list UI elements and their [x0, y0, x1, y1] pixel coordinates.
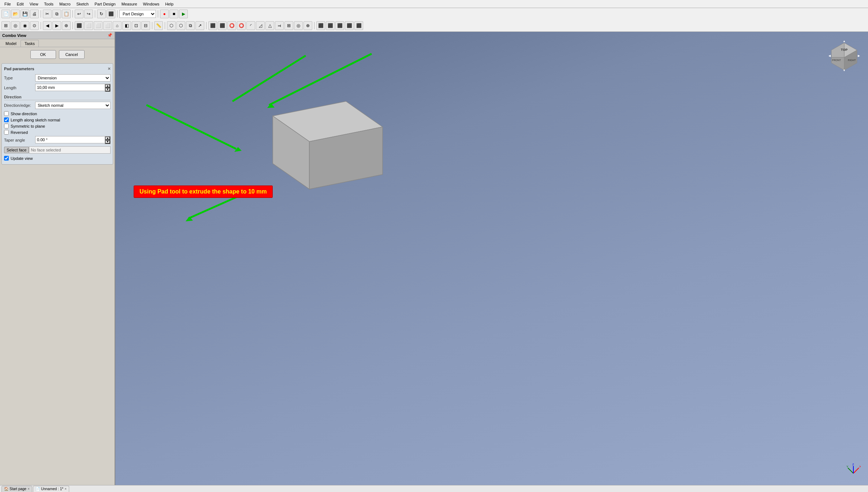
length-along-checkbox[interactable]: [4, 117, 9, 122]
save-btn[interactable]: 💾: [21, 10, 29, 18]
pd-chamfer-btn[interactable]: ◿: [256, 21, 265, 30]
view-front-btn[interactable]: ⬜: [94, 21, 103, 30]
part-clone-btn[interactable]: ⧉: [186, 21, 195, 30]
unnamed-close[interactable]: ×: [64, 487, 67, 491]
view-btn2[interactable]: ◎: [11, 21, 20, 30]
combo-pin-btn[interactable]: 📌: [107, 33, 112, 38]
taper-label: Taper angle: [4, 138, 35, 142]
view-back-btn[interactable]: ⊡: [132, 21, 141, 30]
new-btn[interactable]: 📄: [1, 10, 10, 18]
direction-select[interactable]: Sketch normal Select edge: [35, 102, 111, 109]
pd-rev-btn[interactable]: ⭕: [227, 21, 236, 30]
pd-fillet-btn[interactable]: ◜: [246, 21, 255, 30]
nav-fwd-btn[interactable]: ▶: [52, 21, 61, 30]
view-btn3[interactable]: ◉: [21, 21, 29, 30]
menu-sketch[interactable]: Sketch: [74, 1, 92, 7]
redo-btn[interactable]: ↪: [84, 10, 93, 18]
svg-marker-22: [186, 217, 193, 221]
toolbar-row-2: ⊞ ◎ ◉ ⊙ ◀ ▶ ⊛ ⬛ ⬜ ⬜ ⬜ ⌂ ◧ ⊡ ⊟ 📏 ⬡ ⬡ ⧉ ↗ …: [0, 20, 868, 31]
tab-tasks[interactable]: Tasks: [21, 40, 39, 47]
record-macro-btn[interactable]: ●: [160, 10, 169, 18]
part-move-btn[interactable]: ↗: [195, 21, 204, 30]
select-face-button[interactable]: Select face: [4, 147, 29, 153]
length-up-btn[interactable]: ▲: [105, 84, 110, 88]
update-view-checkbox[interactable]: [4, 156, 9, 161]
pd-extra5[interactable]: ⬛: [354, 21, 363, 30]
menu-tools[interactable]: Tools: [41, 1, 56, 7]
view-btn1[interactable]: ⊞: [1, 21, 10, 30]
view-left-btn[interactable]: ◧: [122, 21, 131, 30]
menu-windows[interactable]: Windows: [140, 1, 163, 7]
nav-back-btn[interactable]: ◀: [43, 21, 52, 30]
sep4: [117, 10, 118, 18]
tab-unnamed[interactable]: 📄 Unnamed : 1* ×: [33, 486, 69, 492]
tab-model[interactable]: Model: [1, 40, 21, 47]
menu-view[interactable]: View: [27, 1, 41, 7]
pd-mirror-btn[interactable]: ⫤: [275, 21, 284, 30]
symmetric-checkbox[interactable]: [4, 124, 9, 128]
ok-cancel-row: OK Cancel: [0, 47, 115, 62]
stop-macro-btn[interactable]: ■: [169, 10, 178, 18]
print-btn[interactable]: 🖨: [30, 10, 39, 18]
measure-btn[interactable]: 📏: [154, 21, 163, 30]
paste-btn[interactable]: 📋: [62, 10, 71, 18]
menu-measure[interactable]: Measure: [119, 1, 140, 7]
length-input[interactable]: [35, 84, 105, 91]
pd-extra4[interactable]: ⬛: [345, 21, 354, 30]
ok-button[interactable]: OK: [30, 50, 56, 59]
pd-bool-btn[interactable]: ⊕: [303, 21, 312, 30]
length-spinner: ▲ ▼: [35, 84, 111, 92]
view-top-btn[interactable]: ⬜: [84, 21, 93, 30]
macro-stop-btn[interactable]: ⬛: [107, 10, 115, 18]
start-page-close[interactable]: ×: [27, 487, 30, 491]
view-right-btn[interactable]: ⬜: [103, 21, 112, 30]
pd-extra1[interactable]: ⬛: [316, 21, 325, 30]
pd-linear-btn[interactable]: ⊞: [284, 21, 293, 30]
length-down-btn[interactable]: ▼: [105, 88, 110, 91]
menu-macro[interactable]: Macro: [56, 1, 74, 7]
cancel-button[interactable]: Cancel: [59, 50, 85, 59]
part-new-btn[interactable]: ⬡: [167, 21, 176, 30]
view-3d-btn[interactable]: ⬛: [75, 21, 83, 30]
undo-btn[interactable]: ↩: [75, 10, 83, 18]
view-home-btn[interactable]: ⌂: [113, 21, 122, 30]
type-select[interactable]: Dimension To last To first Through all: [35, 74, 111, 82]
menu-part-design[interactable]: Part Design: [92, 1, 118, 7]
run-macro-btn[interactable]: ▶: [179, 10, 188, 18]
length-along-row: Length along sketch normal: [4, 117, 111, 122]
menu-edit[interactable]: Edit: [14, 1, 27, 7]
taper-input[interactable]: [35, 136, 105, 143]
menu-help[interactable]: Help: [162, 1, 176, 7]
workbench-select[interactable]: Part Design Sketcher: [119, 10, 156, 18]
taper-up-btn[interactable]: ▲: [105, 136, 110, 140]
pd-pocket-btn[interactable]: ⬛: [218, 21, 227, 30]
pd-pad-btn[interactable]: ⬛: [208, 21, 217, 30]
show-direction-checkbox[interactable]: [4, 111, 9, 116]
viewport[interactable]: ▲ ▼ ◀ ▶ TOP FRONT RIGHT: [115, 32, 868, 485]
view-sync-btn[interactable]: ⊛: [62, 21, 71, 30]
menu-file[interactable]: File: [1, 1, 14, 7]
pd-groove-btn[interactable]: ⭕: [237, 21, 246, 30]
update-view-row: Update view: [4, 156, 111, 161]
pd-extra2[interactable]: ⬛: [326, 21, 335, 30]
view-btn4[interactable]: ⊙: [30, 21, 39, 30]
show-direction-row: Show direction: [4, 111, 111, 116]
open-btn[interactable]: 📂: [11, 10, 20, 18]
view-bottom-btn[interactable]: ⊟: [141, 21, 150, 30]
reversed-checkbox[interactable]: [4, 130, 9, 135]
refresh-btn[interactable]: ↻: [97, 10, 106, 18]
pd-polar-btn[interactable]: ◎: [294, 21, 303, 30]
sep1: [41, 10, 41, 18]
direction-section-title: Direction: [4, 94, 111, 100]
taper-down-btn[interactable]: ▼: [105, 140, 110, 144]
svg-text:▲: ▲: [843, 40, 846, 43]
part-body-btn[interactable]: ⬡: [176, 21, 185, 30]
sep6: [41, 22, 41, 29]
pd-draft-btn[interactable]: △: [265, 21, 274, 30]
nav-cube[interactable]: ▲ ▼ ◀ ▶ TOP FRONT RIGHT: [828, 39, 861, 72]
pad-panel-close-icon[interactable]: ×: [108, 66, 111, 71]
copy-btn[interactable]: ⧉: [52, 10, 61, 18]
cut-btn[interactable]: ✂: [43, 10, 52, 18]
pd-extra3[interactable]: ⬛: [335, 21, 344, 30]
tab-start-page[interactable]: 🏠 Start page ×: [1, 486, 32, 492]
